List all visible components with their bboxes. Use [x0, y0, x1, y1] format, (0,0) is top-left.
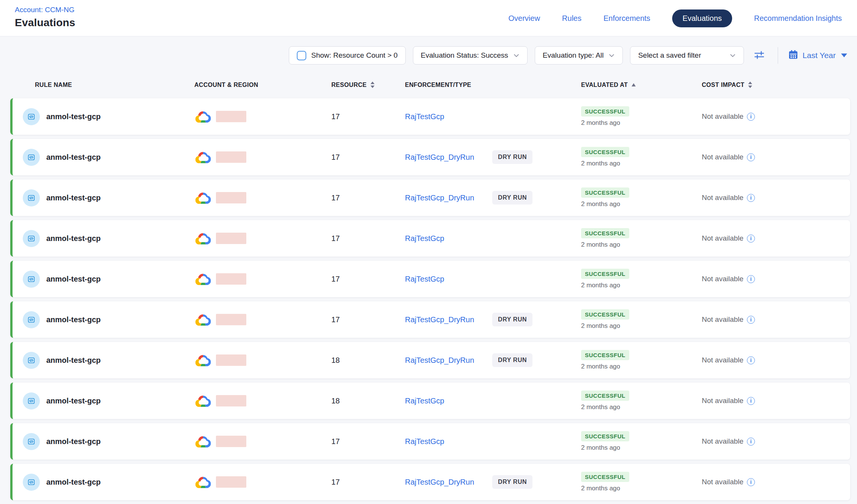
- resource-count-checkbox[interactable]: [297, 51, 306, 60]
- table-row[interactable]: anmol-test-gcp 17 RajTestGcp_DryRun DRY …: [10, 301, 850, 338]
- column-header-evaluated-at[interactable]: EVALUATED AT: [581, 81, 702, 88]
- evaluation-type-dropdown[interactable]: Evaluation type: All: [535, 46, 623, 65]
- evaluated-time: 2 months ago: [581, 282, 620, 289]
- sort-asc-icon[interactable]: [631, 83, 636, 87]
- table-row[interactable]: anmol-test-gcp 18 RajTestGcp SUCCESSFUL …: [10, 383, 850, 419]
- rule-icon: [23, 311, 40, 328]
- table-header: RULE NAME ACCOUNT & REGION RESOURCE ENFO…: [13, 81, 847, 88]
- resource-count-cell: 17: [331, 315, 405, 324]
- enforcement-link[interactable]: RajTestGcp: [405, 234, 444, 243]
- sort-icon[interactable]: [370, 81, 375, 88]
- tab-rules[interactable]: Rules: [562, 14, 581, 23]
- rule-icon: [23, 189, 40, 206]
- evaluated-at-cell: SUCCESSFUL 2 months ago: [581, 391, 702, 411]
- rule-name: anmol-test-gcp: [46, 153, 101, 162]
- redacted-account-name: [216, 273, 246, 285]
- info-icon[interactable]: i: [747, 235, 755, 243]
- rule-name: anmol-test-gcp: [46, 356, 101, 365]
- info-icon[interactable]: i: [747, 397, 755, 405]
- cost-impact-value: Not available: [702, 275, 744, 283]
- status-badge: SUCCESSFUL: [581, 431, 629, 441]
- enforcement-link[interactable]: RajTestGcp: [405, 437, 444, 446]
- filter-bar: Show: Resource Count > 0 Evaluation Stat…: [0, 46, 847, 65]
- table-row[interactable]: anmol-test-gcp 17 RajTestGcp_DryRun DRY …: [10, 180, 850, 216]
- filter-settings-button[interactable]: [751, 50, 767, 61]
- tab-enforcements[interactable]: Enforcements: [603, 14, 650, 23]
- table-row[interactable]: anmol-test-gcp 17 RajTestGcp_DryRun DRY …: [10, 464, 850, 500]
- evaluation-status-dropdown[interactable]: Evaluation Status: Success: [413, 46, 528, 65]
- rule-icon: [23, 352, 40, 369]
- gcp-logo-icon: [194, 191, 212, 205]
- table-row[interactable]: anmol-test-gcp 18 RajTestGcp_DryRun DRY …: [10, 342, 850, 378]
- saved-filter-dropdown[interactable]: Select a saved filter: [630, 46, 744, 65]
- evaluated-time: 2 months ago: [581, 485, 620, 492]
- rule-icon: [23, 392, 40, 410]
- status-badge: SUCCESSFUL: [581, 147, 629, 157]
- top-bar: Account: CCM-NG Evaluations OverviewRule…: [0, 0, 857, 36]
- enforcement-cell: RajTestGcp: [405, 397, 581, 405]
- account-breadcrumb-link[interactable]: Account: CCM-NG: [15, 6, 74, 14]
- enforcement-link[interactable]: RajTestGcp_DryRun: [405, 153, 474, 162]
- table-row[interactable]: anmol-test-gcp 17 RajTestGcp SUCCESSFUL …: [10, 98, 850, 135]
- chevron-down-icon: [513, 52, 520, 59]
- enforcement-link[interactable]: RajTestGcp: [405, 397, 444, 405]
- status-badge: SUCCESSFUL: [581, 472, 629, 482]
- rule-name: anmol-test-gcp: [46, 275, 101, 284]
- account-region-cell: [194, 150, 331, 164]
- table-row[interactable]: anmol-test-gcp 17 RajTestGcp SUCCESSFUL …: [10, 423, 850, 460]
- info-icon[interactable]: i: [747, 438, 755, 446]
- time-range-picker[interactable]: Last Year: [788, 50, 847, 61]
- resource-count: 17: [331, 234, 340, 243]
- account-region-cell: [194, 353, 331, 367]
- table-row[interactable]: anmol-test-gcp 17 RajTestGcp SUCCESSFUL …: [10, 220, 850, 257]
- account-region-cell: [194, 272, 331, 286]
- info-icon[interactable]: i: [747, 478, 755, 486]
- resource-count-cell: 17: [331, 153, 405, 162]
- info-icon[interactable]: i: [747, 316, 755, 324]
- account-region-cell: [194, 312, 331, 327]
- cost-impact-value: Not available: [702, 437, 744, 446]
- resource-count: 17: [331, 478, 340, 486]
- info-icon[interactable]: i: [747, 275, 755, 283]
- enforcement-link[interactable]: RajTestGcp_DryRun: [405, 315, 474, 324]
- info-icon[interactable]: i: [747, 113, 755, 121]
- resource-count-cell: 17: [331, 234, 405, 243]
- tab-evaluations[interactable]: Evaluations: [672, 9, 732, 27]
- column-header-cost-impact[interactable]: COST IMPACT: [702, 81, 847, 88]
- sliders-icon: [754, 50, 764, 61]
- rule-name-cell: anmol-test-gcp: [13, 433, 194, 450]
- enforcement-link[interactable]: RajTestGcp_DryRun: [405, 478, 474, 487]
- info-icon[interactable]: i: [747, 356, 755, 364]
- rule-name-cell: anmol-test-gcp: [13, 271, 194, 288]
- status-badge: SUCCESSFUL: [581, 269, 629, 279]
- column-header-resource[interactable]: RESOURCE: [331, 81, 405, 88]
- redacted-account-name: [216, 354, 246, 366]
- enforcement-cell: RajTestGcp_DryRun DRY RUN: [405, 478, 581, 487]
- cost-impact-cell: Not available i: [702, 397, 850, 405]
- column-header-enforcement-type: ENFORCEMENT/TYPE: [405, 81, 581, 88]
- enforcement-link[interactable]: RajTestGcp: [405, 112, 444, 121]
- resource-count-cell: 17: [331, 437, 405, 446]
- rule-name: anmol-test-gcp: [46, 112, 101, 121]
- enforcement-link[interactable]: RajTestGcp_DryRun: [405, 194, 474, 202]
- info-icon[interactable]: i: [747, 153, 755, 161]
- cost-impact-cell: Not available i: [702, 478, 850, 486]
- tab-recommendation-insights[interactable]: Recommendation Insights: [754, 14, 842, 23]
- tab-overview[interactable]: Overview: [508, 14, 540, 23]
- cost-impact-value: Not available: [702, 315, 744, 324]
- page-title: Evaluations: [15, 17, 75, 29]
- resource-count-filter-toggle[interactable]: Show: Resource Count > 0: [289, 46, 406, 65]
- table-row[interactable]: anmol-test-gcp 17 RajTestGcp SUCCESSFUL …: [10, 261, 850, 297]
- enforcement-link[interactable]: RajTestGcp: [405, 275, 444, 284]
- rule-name: anmol-test-gcp: [46, 315, 101, 324]
- info-icon[interactable]: i: [747, 194, 755, 202]
- top-nav: OverviewRulesEnforcementsEvaluationsReco…: [508, 0, 842, 36]
- resource-count-cell: 18: [331, 356, 405, 365]
- enforcement-link[interactable]: RajTestGcp_DryRun: [405, 356, 474, 365]
- rule-icon: [23, 149, 40, 166]
- evaluated-time: 2 months ago: [581, 200, 620, 208]
- resource-count-cell: 17: [331, 194, 405, 202]
- sort-icon[interactable]: [748, 81, 753, 88]
- table-row[interactable]: anmol-test-gcp 17 RajTestGcp_DryRun DRY …: [10, 139, 850, 175]
- cost-impact-value: Not available: [702, 153, 744, 161]
